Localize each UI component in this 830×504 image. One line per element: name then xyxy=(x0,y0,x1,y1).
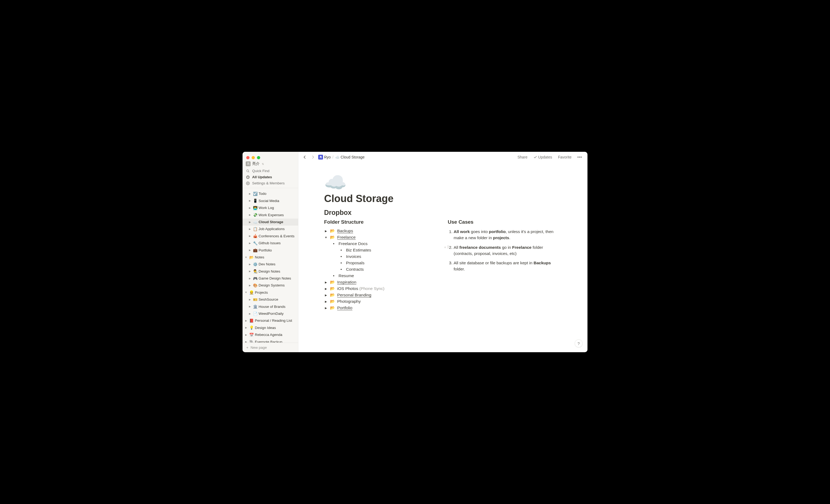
folder-toggle[interactable]: ▼📂Freelance xyxy=(324,234,438,240)
sidebar-item-seshsource[interactable]: ▶🎫SeshSource xyxy=(243,296,298,303)
folder-toggle[interactable]: ▶📂Inspiration xyxy=(324,279,438,285)
chevron-icon[interactable]: ▶ xyxy=(248,220,252,224)
bullet-item[interactable]: •Proposals xyxy=(339,260,438,266)
page-emoji[interactable]: ☁️ xyxy=(324,173,562,191)
chevron-icon[interactable]: ▶ xyxy=(248,241,252,245)
chevron-icon[interactable]: ▶ xyxy=(248,269,252,273)
chevron-icon[interactable]: ▶ xyxy=(324,281,328,284)
sidebar-item-personal-reading-list[interactable]: ▶📕Personal / Reading List xyxy=(243,317,298,324)
chevron-icon[interactable]: ▶ xyxy=(248,283,252,287)
sidebar-item-rebecca-agenda[interactable]: ▶📅Rebecca Agenda xyxy=(243,331,298,338)
chevron-icon[interactable]: ▶ xyxy=(244,319,248,323)
settings-members[interactable]: Settings & Members xyxy=(243,180,298,186)
chevron-icon[interactable]: ▶ xyxy=(324,287,328,290)
heading-use-cases[interactable]: Use Cases xyxy=(448,219,562,225)
folder-toggle[interactable]: ▶📂Photography xyxy=(324,298,438,305)
bullet-item[interactable]: •Contracts xyxy=(339,266,438,273)
sidebar-item-design-ideas[interactable]: ▶💡Design Ideas xyxy=(243,324,298,331)
sidebar-item-house-of-brands[interactable]: ▶🏛️House of Brands xyxy=(243,303,298,310)
sidebar-item-label: WeedPornDaily xyxy=(259,311,284,317)
sidebar-item-design-systems[interactable]: ▶🎨Design Systems xyxy=(243,282,298,289)
chevron-icon[interactable]: ▶ xyxy=(248,199,252,203)
sidebar-item-conferences-events[interactable]: ▶🎪Conferences & Events xyxy=(243,233,298,239)
share-button[interactable]: Share xyxy=(516,155,529,160)
sidebar-item-notes[interactable]: ▼📂Notes xyxy=(243,254,298,261)
chevron-icon[interactable]: ▶ xyxy=(248,213,252,217)
page-icon: 📋 xyxy=(253,226,257,232)
chevron-icon[interactable]: ▶ xyxy=(248,305,252,308)
help-button[interactable]: ? xyxy=(575,339,583,347)
chevron-icon[interactable]: ▼ xyxy=(324,236,328,239)
breadcrumb-root-label: Ryo xyxy=(324,155,331,159)
chevron-icon[interactable]: ▶ xyxy=(248,248,252,252)
heading-folder-structure[interactable]: Folder Structure xyxy=(324,219,438,225)
chevron-icon[interactable]: ▶ xyxy=(248,277,252,280)
more-menu-button[interactable]: ••• xyxy=(576,155,584,160)
chevron-icon[interactable]: ▶ xyxy=(248,227,252,231)
chevron-icon[interactable]: ▶ xyxy=(248,262,252,266)
chevron-icon[interactable]: ▶ xyxy=(244,326,248,330)
sidebar-item-weedporndaily[interactable]: ▶📄WeedPornDaily xyxy=(243,310,298,317)
main-area: 亮 Ryo / ☁️ Cloud Storage Share Updates F… xyxy=(298,152,587,352)
chevron-icon[interactable]: ▶ xyxy=(324,306,328,309)
chevron-icon[interactable]: ▶ xyxy=(248,206,252,210)
bullet-item[interactable]: •Resume xyxy=(331,273,438,279)
sidebar-item-design-notes[interactable]: ▶👨‍🎨Design Notes xyxy=(243,268,298,275)
sidebar-item-evernote-backup[interactable]: ▶🐘Evernote Backup xyxy=(243,338,298,343)
chevron-icon[interactable]: ▶ xyxy=(248,192,252,196)
quick-find[interactable]: Quick Find xyxy=(243,168,298,174)
breadcrumb-root[interactable]: 亮 Ryo xyxy=(318,155,331,160)
chevron-icon[interactable]: ▶ xyxy=(324,294,328,297)
close-window-button[interactable] xyxy=(246,156,250,159)
page-icon: ⚙️ xyxy=(253,261,257,267)
heading-dropbox[interactable]: Dropbox xyxy=(324,209,562,216)
chevron-icon[interactable]: ▶ xyxy=(244,340,248,343)
folder-toggle[interactable]: ▶📂iOS Photos (Phone Sync) xyxy=(324,285,438,292)
sidebar-item-projects[interactable]: ▼👷Projects xyxy=(243,289,298,296)
use-case-item[interactable]: All site database or file backups are ke… xyxy=(454,259,562,275)
sidebar-item-dev-notes[interactable]: ▶⚙️Dev Notes xyxy=(243,261,298,268)
bullet-item[interactable]: •Invoices xyxy=(339,253,438,260)
new-page-button[interactable]: + New page xyxy=(243,343,298,352)
sidebar-item-work-log[interactable]: ▶👨‍💻Work Log xyxy=(243,204,298,211)
divider xyxy=(243,188,298,188)
column-folder-structure: Folder Structure ▶📂Backups▼📂Freelance•Fr… xyxy=(324,219,438,311)
folder-toggle[interactable]: ▶📂Personal Branding xyxy=(324,292,438,298)
sidebar-item-work-expenses[interactable]: ▶💸Work Expenses xyxy=(243,211,298,218)
all-updates[interactable]: All Updates xyxy=(243,174,298,180)
chevron-icon[interactable]: ▶ xyxy=(248,298,252,301)
sidebar-item-job-applications[interactable]: ▶📋Job Applications xyxy=(243,226,298,233)
bullet-item[interactable]: •Biz Estimates xyxy=(339,247,438,253)
add-block-button[interactable]: + xyxy=(444,244,446,250)
maximize-window-button[interactable] xyxy=(257,156,260,159)
columns: Folder Structure ▶📂Backups▼📂Freelance•Fr… xyxy=(324,219,562,311)
use-case-item[interactable]: All work goes into portfolio, unless it'… xyxy=(454,228,562,243)
folder-icon: 📂 xyxy=(330,293,335,297)
folder-toggle[interactable]: ▶📂Portfolio xyxy=(324,305,438,311)
sidebar-item-portfolio[interactable]: ▶💼Portfolio xyxy=(243,247,298,254)
sidebar-item-social-media[interactable]: ▶📱Social Media xyxy=(243,197,298,204)
drag-handle[interactable]: ⠿ xyxy=(447,244,449,250)
minimize-window-button[interactable] xyxy=(252,156,255,159)
sidebar-item-todo[interactable]: ▶☑️Todo xyxy=(243,190,298,197)
chevron-icon[interactable]: ▶ xyxy=(324,300,328,303)
updates-button[interactable]: Updates xyxy=(532,155,554,160)
chevron-icon[interactable]: ▼ xyxy=(244,291,248,295)
favorite-button[interactable]: Favorite xyxy=(556,155,573,160)
breadcrumb-page[interactable]: ☁️ Cloud Storage xyxy=(335,155,365,159)
bullet-item[interactable]: •Freelance Docs xyxy=(331,240,438,247)
sidebar-item-game-design-notes[interactable]: ▶🎮Game Design Notes xyxy=(243,275,298,282)
chevron-icon[interactable]: ▼ xyxy=(244,256,248,259)
folder-toggle[interactable]: ▶📂Backups xyxy=(324,228,438,234)
sidebar-item-github-issues[interactable]: ▶🔧Github Issues xyxy=(243,240,298,247)
use-case-item[interactable]: All freelance documents go in Freelance … xyxy=(454,243,562,259)
page-title[interactable]: Cloud Storage xyxy=(324,193,562,204)
nav-forward-button[interactable] xyxy=(310,155,316,160)
chevron-icon[interactable]: ▶ xyxy=(244,333,248,337)
question-icon: ? xyxy=(578,341,580,346)
sidebar-item-cloud-storage[interactable]: ▶☁️Cloud Storage xyxy=(243,219,298,226)
chevron-icon[interactable]: ▶ xyxy=(248,312,252,315)
nav-back-button[interactable] xyxy=(302,155,308,160)
chevron-icon[interactable]: ▶ xyxy=(248,234,252,238)
chevron-icon[interactable]: ▶ xyxy=(324,230,328,233)
